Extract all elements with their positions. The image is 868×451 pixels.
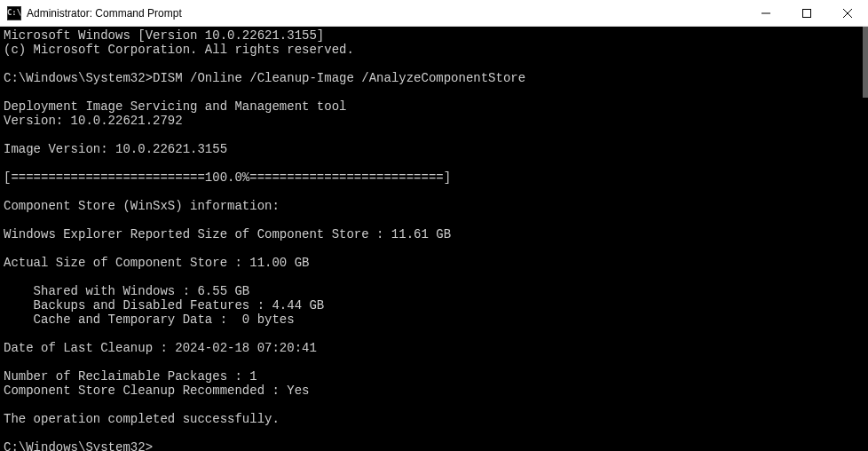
close-icon [843,9,852,18]
cmd-icon: C:\ [7,6,21,20]
minimize-button[interactable] [746,0,786,26]
terminal-area[interactable]: Microsoft Windows [Version 10.0.22621.31… [0,27,868,451]
terminal-line: (c) Microsoft Corporation. All rights re… [4,43,354,57]
progress-bar-line: [==========================100.0%=======… [4,170,451,185]
command-input: DISM /Online /Cleanup-Image /AnalyzeComp… [153,71,525,85]
window-controls [746,0,868,26]
minimize-icon [761,9,770,18]
terminal-line: Number of Reclaimable Packages : 1 [4,369,257,384]
prompt-path: C:\Windows\System32> [4,71,153,85]
terminal-line: Date of Last Cleanup : 2024-02-18 07:20:… [4,341,317,355]
maximize-icon [802,9,811,18]
terminal-line: Backups and Disabled Features : 4.44 GB [4,298,324,313]
scrollbar-thumb[interactable] [863,27,868,98]
window-title: Administrator: Command Prompt [27,7,746,20]
terminal-line: Image Version: 10.0.22621.3155 [4,142,227,156]
close-button[interactable] [827,0,868,26]
titlebar[interactable]: C:\ Administrator: Command Prompt [0,0,868,27]
terminal-line: Shared with Windows : 6.55 GB [4,284,249,298]
maximize-button[interactable] [786,0,827,26]
terminal-line: Component Store (WinSxS) information: [4,199,280,213]
prompt-path: C:\Windows\System32> [4,440,153,451]
terminal-line: The operation completed successfully. [4,412,280,426]
terminal-line: Cache and Temporary Data : 0 bytes [4,313,295,327]
terminal-line: Deployment Image Servicing and Managemen… [4,99,346,114]
svg-rect-1 [803,9,811,17]
terminal-line: Windows Explorer Reported Size of Compon… [4,227,451,241]
terminal-line: Component Store Cleanup Recommended : Ye… [4,384,309,398]
terminal-line: Microsoft Windows [Version 10.0.22621.31… [4,28,324,43]
terminal-line: Version: 10.0.22621.2792 [4,114,183,128]
terminal-line: Actual Size of Component Store : 11.00 G… [4,256,309,270]
